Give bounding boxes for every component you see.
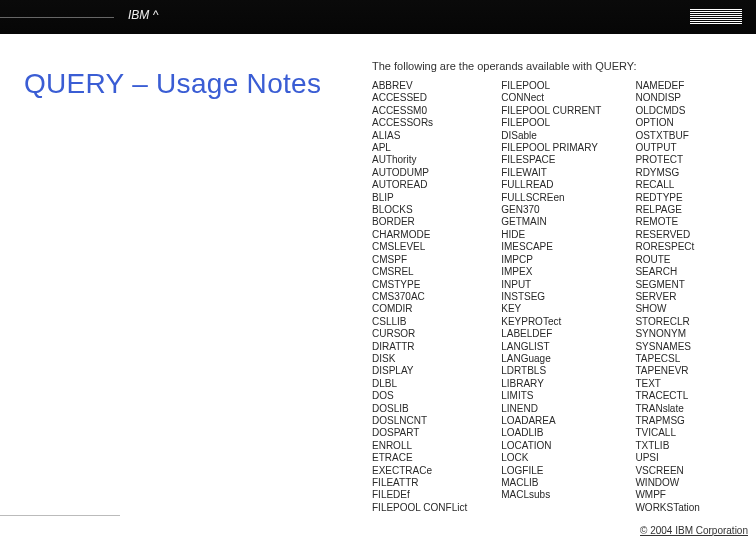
operand-entry: LABELDEF <box>501 328 601 340</box>
operand-entry: LOCATION <box>501 440 601 452</box>
page-title: QUERY – Usage Notes <box>24 68 321 100</box>
operand-entry: FILEPOOL PRIMARY <box>501 142 601 154</box>
operand-entry: RESERVED <box>635 229 699 241</box>
operand-entry: ALIAS <box>372 130 467 142</box>
operand-entry: CURSOR <box>372 328 467 340</box>
operand-entry: WORKSTation <box>635 502 699 514</box>
operand-entry: LOCK <box>501 452 601 464</box>
operand-entry: TRACECTL <box>635 390 699 402</box>
intro-text: The following are the operands available… <box>372 60 637 72</box>
operand-entry: VSCREEN <box>635 465 699 477</box>
operand-entry: FILEPOOL CURRENT <box>501 105 601 117</box>
operand-entry: DOSLNCNT <box>372 415 467 427</box>
operand-entry: REDTYPE <box>635 192 699 204</box>
operand-column-2: FILEPOOLCONNectFILEPOOL CURRENTFILEPOOLD… <box>501 80 601 514</box>
operand-entry: BORDER <box>372 216 467 228</box>
operand-entry: EXECTRACe <box>372 465 467 477</box>
operand-entry: OSTXTBUF <box>635 130 699 142</box>
operand-entry: CMSREL <box>372 266 467 278</box>
operand-entry: WMPF <box>635 489 699 501</box>
operand-entry: FILESPACE <box>501 154 601 166</box>
operand-column-3: NAMEDEFNONDISPOLDCMDSOPTIONOSTXTBUFOUTPU… <box>635 80 699 514</box>
operand-entry: LANGLIST <box>501 341 601 353</box>
ibm-logo-icon <box>690 9 742 24</box>
operand-entry: IMPCP <box>501 254 601 266</box>
operand-entry: AUThority <box>372 154 467 166</box>
operand-entry: FILEDEf <box>372 489 467 501</box>
operand-columns: ABBREVACCESSEDACCESSM0ACCESSORsALIASAPLA… <box>372 80 700 514</box>
operand-entry: OPTION <box>635 117 699 129</box>
operand-entry: OUTPUT <box>635 142 699 154</box>
operand-entry: TRAPMSG <box>635 415 699 427</box>
operand-entry: DLBL <box>372 378 467 390</box>
operand-entry: FILEATTR <box>372 477 467 489</box>
operand-entry: KEY <box>501 303 601 315</box>
operand-entry: KEYPROTect <box>501 316 601 328</box>
operand-entry: SERVER <box>635 291 699 303</box>
operand-entry: FILEWAIT <box>501 167 601 179</box>
operand-entry: LOADLIB <box>501 427 601 439</box>
copyright-text: © 2004 IBM Corporation <box>640 525 748 536</box>
operand-entry: DIRATTR <box>372 341 467 353</box>
operand-entry: SHOW <box>635 303 699 315</box>
operand-entry: CMSTYPE <box>372 279 467 291</box>
operand-entry: RECALL <box>635 179 699 191</box>
operand-entry: ABBREV <box>372 80 467 92</box>
operand-entry: SYSNAMES <box>635 341 699 353</box>
operand-entry: FILEPOOL <box>501 117 601 129</box>
operand-entry: REMOTE <box>635 216 699 228</box>
operand-entry: OLDCMDS <box>635 105 699 117</box>
operand-entry: MACLIB <box>501 477 601 489</box>
operand-entry: LINEND <box>501 403 601 415</box>
operand-entry: TRANslate <box>635 403 699 415</box>
operand-entry: STORECLR <box>635 316 699 328</box>
operand-entry: ETRACE <box>372 452 467 464</box>
operand-entry: RDYMSG <box>635 167 699 179</box>
operand-entry: DISPLAY <box>372 365 467 377</box>
operand-entry: ACCESSED <box>372 92 467 104</box>
operand-entry: MACLsubs <box>501 489 601 501</box>
operand-entry: TXTLIB <box>635 440 699 452</box>
operand-entry: LIBRARY <box>501 378 601 390</box>
operand-entry: TVICALL <box>635 427 699 439</box>
operand-entry: WINDOW <box>635 477 699 489</box>
operand-entry: UPSI <box>635 452 699 464</box>
operand-entry: ENROLL <box>372 440 467 452</box>
operand-entry: SEARCH <box>635 266 699 278</box>
operand-entry: LDRTBLS <box>501 365 601 377</box>
operand-entry: PROTECT <box>635 154 699 166</box>
operand-entry: LANGuage <box>501 353 601 365</box>
operand-entry: TAPENEVR <box>635 365 699 377</box>
operand-entry: DISK <box>372 353 467 365</box>
operand-entry: CHARMODE <box>372 229 467 241</box>
operand-entry: RORESPECt <box>635 241 699 253</box>
operand-entry: GEN370 <box>501 204 601 216</box>
operand-entry: DOSPART <box>372 427 467 439</box>
operand-entry: AUTODUMP <box>372 167 467 179</box>
operand-entry: DOSLIB <box>372 403 467 415</box>
operand-entry: HIDE <box>501 229 601 241</box>
operand-column-1: ABBREVACCESSEDACCESSM0ACCESSORsALIASAPLA… <box>372 80 467 514</box>
operand-entry: RELPAGE <box>635 204 699 216</box>
operand-entry: CMSPF <box>372 254 467 266</box>
operand-entry: BLOCKS <box>372 204 467 216</box>
operand-entry: CONNect <box>501 92 601 104</box>
operand-entry: TEXT <box>635 378 699 390</box>
operand-entry: LIMITS <box>501 390 601 402</box>
operand-entry: INPUT <box>501 279 601 291</box>
operand-entry: NONDISP <box>635 92 699 104</box>
operand-entry: IMESCAPE <box>501 241 601 253</box>
operand-entry: FILEPOOL CONFLict <box>372 502 467 514</box>
operand-entry: CSLLIB <box>372 316 467 328</box>
header-bar: IBM ^ <box>0 0 756 34</box>
operand-entry: CMSLEVEL <box>372 241 467 253</box>
operand-entry: FULLREAD <box>501 179 601 191</box>
operand-entry: LOADAREA <box>501 415 601 427</box>
operand-entry: IMPEX <box>501 266 601 278</box>
operand-entry: ACCESSM0 <box>372 105 467 117</box>
header-rule <box>0 0 120 34</box>
operand-entry: APL <box>372 142 467 154</box>
operand-entry: TAPECSL <box>635 353 699 365</box>
operand-entry: SEGMENT <box>635 279 699 291</box>
operand-entry: FULLSCREen <box>501 192 601 204</box>
